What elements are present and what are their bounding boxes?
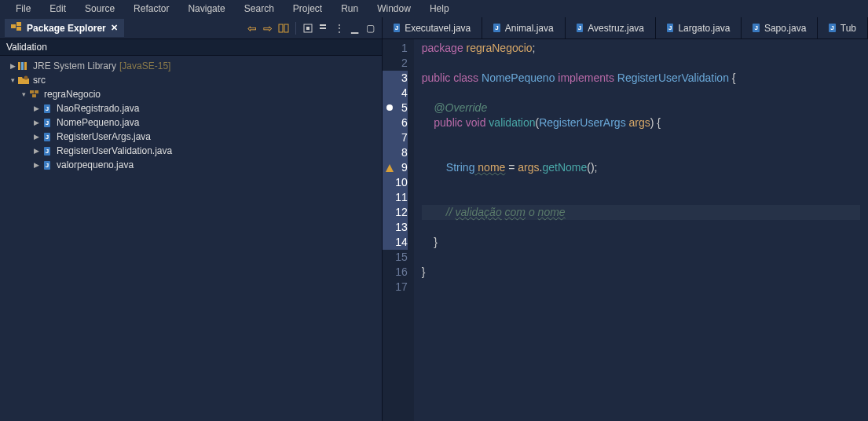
tree-file[interactable]: ▶ J RegisterUserValidation.java	[0, 144, 382, 158]
svg-rect-2	[16, 27, 21, 31]
tree-jre[interactable]: ▶ JRE System Library [JavaSE-15]	[0, 59, 382, 73]
package-explorer-panel: Package Explorer ✕ ⇦ ⇨ ⋮ ▁ ▢	[0, 17, 383, 421]
menu-run[interactable]: Run	[331, 2, 368, 16]
editor-tab[interactable]: JTub	[818, 17, 868, 38]
line-number: 8	[383, 145, 408, 160]
editor-tab[interactable]: JLargato.java	[656, 17, 742, 38]
warning-marker-icon[interactable]	[384, 161, 394, 170]
tree-file[interactable]: ▶ J RegisterUserArgs.java	[0, 130, 382, 144]
line-number: 14	[383, 235, 408, 250]
line-number: 1	[383, 41, 408, 56]
editor-tab[interactable]: JAnimal.java	[482, 17, 565, 38]
svg-rect-8	[320, 24, 326, 26]
focus-icon[interactable]	[302, 22, 314, 35]
svg-rect-9	[18, 62, 20, 70]
editor-panel: JExecutavel.java JAnimal.java JAvestruz.…	[383, 17, 868, 421]
expand-icon[interactable]: ▶	[31, 119, 41, 126]
java-file-icon: J	[753, 24, 759, 32]
collapse-all-icon[interactable]	[317, 22, 330, 35]
svg-point-12	[24, 76, 28, 80]
code-editor[interactable]: 1 2 3 4 5 6 7 8 9 10 11 12 13 14 15 16 1…	[383, 39, 868, 421]
java-file-icon: J	[667, 24, 673, 32]
forward-icon[interactable]: ⇨	[262, 22, 274, 35]
expand-icon[interactable]: ▶	[31, 104, 41, 112]
line-number: 12	[383, 205, 408, 220]
library-icon	[17, 60, 30, 71]
maximize-icon[interactable]: ▢	[364, 22, 377, 35]
line-number: 15	[383, 250, 408, 265]
menu-refactor[interactable]: Refactor	[124, 2, 178, 16]
expand-icon[interactable]: ▶	[31, 133, 41, 141]
java-file-icon: J	[41, 145, 53, 156]
tab-label: Animal.java	[505, 23, 554, 34]
svg-rect-11	[24, 62, 27, 70]
menu-help[interactable]: Help	[420, 2, 459, 16]
java-file-icon: J	[394, 24, 400, 32]
expand-icon[interactable]: ▶	[8, 62, 17, 70]
menu-source[interactable]: Source	[75, 2, 124, 16]
tree-label: regraNegocio	[44, 89, 101, 100]
view-menu-icon[interactable]: ⋮	[333, 22, 346, 35]
line-number: 3	[383, 71, 408, 86]
divider	[295, 22, 296, 35]
menu-project[interactable]: Project	[284, 2, 331, 16]
svg-rect-14	[35, 90, 38, 93]
code-content[interactable]: package regraNegocio; public class NomeP…	[414, 39, 868, 421]
line-number: 2	[383, 56, 408, 71]
java-file-icon: J	[41, 159, 53, 170]
editor-tab[interactable]: JSapo.java	[742, 17, 818, 38]
tree-label: NomePequeno.java	[57, 117, 139, 128]
java-file-icon: J	[41, 131, 53, 142]
expand-icon[interactable]: ▶	[31, 147, 41, 155]
link-editor-icon[interactable]	[277, 22, 290, 35]
tree-src[interactable]: ▾ src	[0, 73, 382, 87]
tree-file[interactable]: ▶ J NaoRegistrado.java	[0, 101, 382, 115]
tree-file[interactable]: ▶ J valorpequeno.java	[0, 158, 382, 172]
svg-rect-7	[320, 27, 326, 29]
svg-rect-0	[11, 24, 16, 28]
override-marker-icon[interactable]	[384, 101, 394, 110]
package-explorer-icon	[11, 22, 22, 34]
menu-window[interactable]: Window	[368, 2, 420, 16]
line-number: 6	[383, 115, 408, 130]
svg-rect-3	[279, 24, 283, 32]
tree-label: RegisterUserValidation.java	[57, 145, 172, 156]
tab-label: Executavel.java	[405, 23, 471, 34]
menu-bar: File Edit Source Refactor Navigate Searc…	[0, 0, 868, 17]
line-number: 10	[383, 175, 408, 190]
tab-label: Avestruz.java	[588, 23, 644, 34]
collapse-icon[interactable]: ▾	[8, 76, 17, 84]
collapse-icon[interactable]: ▾	[19, 90, 28, 98]
menu-file[interactable]: File	[6, 2, 40, 16]
package-explorer-tab[interactable]: Package Explorer ✕	[5, 19, 124, 37]
menu-edit[interactable]: Edit	[40, 2, 75, 16]
project-header[interactable]: Validation	[0, 39, 382, 56]
package-explorer-title: Package Explorer	[27, 23, 106, 34]
line-number: 17	[383, 280, 408, 295]
tree-suffix: [JavaSE-15]	[119, 60, 170, 71]
java-file-icon: J	[41, 117, 53, 128]
svg-rect-6	[306, 27, 309, 30]
svg-rect-13	[30, 90, 34, 93]
line-gutter: 1 2 3 4 5 6 7 8 9 10 11 12 13 14 15 16 1…	[383, 39, 414, 421]
editor-tab[interactable]: JExecutavel.java	[383, 17, 483, 38]
tab-label: Tub	[841, 23, 856, 34]
svg-rect-15	[32, 94, 36, 97]
tab-label: Largato.java	[678, 23, 730, 34]
expand-icon[interactable]: ▶	[31, 161, 41, 169]
close-icon[interactable]: ✕	[111, 23, 118, 33]
tree-label: JRE System Library	[33, 60, 116, 71]
editor-tab[interactable]: JAvestruz.java	[566, 17, 656, 38]
menu-navigate[interactable]: Navigate	[178, 2, 234, 16]
menu-search[interactable]: Search	[235, 2, 284, 16]
tree-package[interactable]: ▾ regraNegocio	[0, 87, 382, 101]
tree-label: NaoRegistrado.java	[57, 103, 139, 114]
svg-rect-10	[21, 62, 24, 70]
line-number: 11	[383, 190, 408, 205]
svg-point-16	[386, 104, 393, 111]
minimize-icon[interactable]: ▁	[349, 22, 361, 35]
line-number: 16	[383, 265, 408, 280]
back-icon[interactable]: ⇦	[246, 22, 258, 35]
tree-file[interactable]: ▶ J NomePequeno.java	[0, 115, 382, 130]
tree-label: RegisterUserArgs.java	[57, 131, 151, 142]
